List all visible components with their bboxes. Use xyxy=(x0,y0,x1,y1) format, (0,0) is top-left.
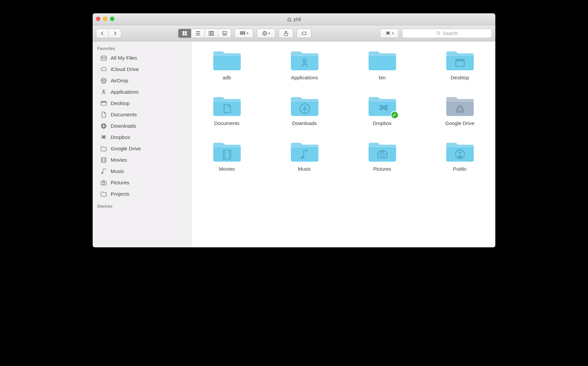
sidebar-item-label: Projects xyxy=(111,191,129,197)
sync-ok-badge-icon: ✓ xyxy=(391,111,399,119)
folder-adb[interactable]: adb xyxy=(198,48,256,80)
folder-music[interactable]: Music xyxy=(276,139,333,172)
folder-icon xyxy=(445,139,475,163)
icon-view-button[interactable] xyxy=(178,29,191,38)
folder-movies[interactable]: Movies xyxy=(198,139,256,172)
search-icon xyxy=(436,31,441,35)
sidebar-item-label: Downloads xyxy=(111,123,136,129)
dropbox-toolbar-button[interactable]: ▾ xyxy=(380,29,399,38)
search-field[interactable]: Search xyxy=(402,29,492,38)
sidebar-item-label: Dropbox xyxy=(111,134,130,140)
sidebar-item-music[interactable]: Music xyxy=(93,166,191,177)
sidebar-item-label: Desktop xyxy=(111,100,130,106)
sidebar-section-favorites: Favorites xyxy=(93,45,191,52)
sidebar-item-downloads[interactable]: Downloads xyxy=(93,120,191,132)
document-icon xyxy=(100,111,107,118)
folder-dropbox[interactable]: ✓ Dropbox xyxy=(353,94,411,126)
folder-bin[interactable]: bin xyxy=(353,48,411,80)
action-button[interactable]: ▾ xyxy=(257,29,275,38)
sidebar-item-movies[interactable]: Movies xyxy=(93,154,191,166)
folder-documents[interactable]: Documents xyxy=(198,94,256,126)
sidebar-item-google-drive[interactable]: Google Drive xyxy=(93,143,191,154)
sidebar-item-label: Documents xyxy=(111,112,137,118)
item-label: Pictures xyxy=(373,166,391,172)
sidebar-item-label: AirDrop xyxy=(111,78,128,84)
window-body: Favorites All My Files iCloud Drive AirD… xyxy=(93,41,495,247)
folder-icon xyxy=(445,48,475,72)
folder-icon xyxy=(367,48,397,72)
all-my-files-icon xyxy=(100,54,107,62)
search-placeholder: Search xyxy=(443,31,457,36)
note-icon xyxy=(100,168,107,175)
folder-icon xyxy=(212,139,242,163)
folder-icon xyxy=(212,48,242,72)
item-label: bin xyxy=(379,75,385,80)
airdrop-icon xyxy=(100,77,107,84)
sidebar-item-label: All My Files xyxy=(111,55,137,61)
item-label: Movies xyxy=(219,166,235,172)
content-area[interactable]: adb Applications bin Desktop xyxy=(191,41,495,247)
window-controls xyxy=(96,17,114,21)
coverflow-view-button[interactable] xyxy=(218,29,231,38)
item-label: adb xyxy=(223,75,231,80)
sidebar-item-all-my-files[interactable]: All My Files xyxy=(93,52,191,64)
folder-icon: ✓ xyxy=(367,94,397,118)
titlebar: phil xyxy=(93,13,495,25)
folder-icon xyxy=(445,94,475,118)
sidebar-item-label: Pictures xyxy=(111,180,129,186)
item-label: Downloads xyxy=(292,120,317,126)
sidebar-item-applications[interactable]: Applications xyxy=(93,86,191,98)
item-label: Music xyxy=(298,166,311,172)
sidebar-item-desktop[interactable]: Desktop xyxy=(93,98,191,109)
folder-icon xyxy=(367,139,397,163)
item-label: Public xyxy=(453,166,467,172)
sidebar-item-documents[interactable]: Documents xyxy=(93,109,191,120)
folder-downloads[interactable]: Downloads xyxy=(276,94,333,126)
sidebar-item-label: iCloud Drive xyxy=(111,66,139,72)
window-title: phil xyxy=(287,17,301,22)
share-button[interactable] xyxy=(279,29,293,38)
list-view-button[interactable] xyxy=(191,29,205,38)
dropbox-icon xyxy=(100,134,107,141)
download-circle-icon xyxy=(100,122,107,130)
home-icon xyxy=(287,17,292,22)
folder-icon xyxy=(100,190,107,198)
finder-window: phil ▾ ▾ ▾ Search Favorites xyxy=(93,13,495,247)
folder-public[interactable]: Public xyxy=(431,139,489,172)
folder-icon xyxy=(290,139,320,163)
folder-icon xyxy=(100,145,107,152)
cloud-icon xyxy=(100,66,107,73)
sidebar-item-projects[interactable]: Projects xyxy=(93,188,191,200)
nav-buttons xyxy=(96,29,121,38)
desktop-icon xyxy=(100,100,107,107)
sidebar-item-pictures[interactable]: Pictures xyxy=(93,177,191,188)
item-label: Desktop xyxy=(451,75,469,80)
folder-applications[interactable]: Applications xyxy=(276,48,333,80)
forward-button[interactable] xyxy=(109,29,121,38)
sidebar-item-icloud-drive[interactable]: iCloud Drive xyxy=(93,64,191,75)
sidebar-item-dropbox[interactable]: Dropbox xyxy=(93,132,191,143)
sidebar: Favorites All My Files iCloud Drive AirD… xyxy=(93,41,191,247)
sidebar-item-label: Music xyxy=(111,168,124,174)
tags-button[interactable] xyxy=(297,29,311,38)
item-grid: adb Applications bin Desktop xyxy=(198,48,489,172)
folder-desktop[interactable]: Desktop xyxy=(431,48,489,80)
folder-pictures[interactable]: Pictures xyxy=(353,139,411,172)
view-mode-buttons xyxy=(178,29,231,38)
close-button[interactable] xyxy=(96,17,100,21)
column-view-button[interactable] xyxy=(205,29,218,38)
toolbar: ▾ ▾ ▾ Search xyxy=(93,25,495,41)
minimize-button[interactable] xyxy=(103,17,107,21)
app-icon xyxy=(100,88,107,96)
item-label: Documents xyxy=(214,120,240,126)
sidebar-item-label: Applications xyxy=(111,89,139,95)
camera-icon xyxy=(100,179,107,186)
arrange-button[interactable]: ▾ xyxy=(235,29,253,38)
zoom-button[interactable] xyxy=(110,17,114,21)
sidebar-item-airdrop[interactable]: AirDrop xyxy=(93,75,191,86)
sidebar-section-devices: Devices xyxy=(93,202,191,210)
back-button[interactable] xyxy=(96,29,109,38)
folder-google-drive[interactable]: Google Drive xyxy=(431,94,489,126)
item-label: Applications xyxy=(291,75,318,80)
folder-icon xyxy=(290,48,320,72)
